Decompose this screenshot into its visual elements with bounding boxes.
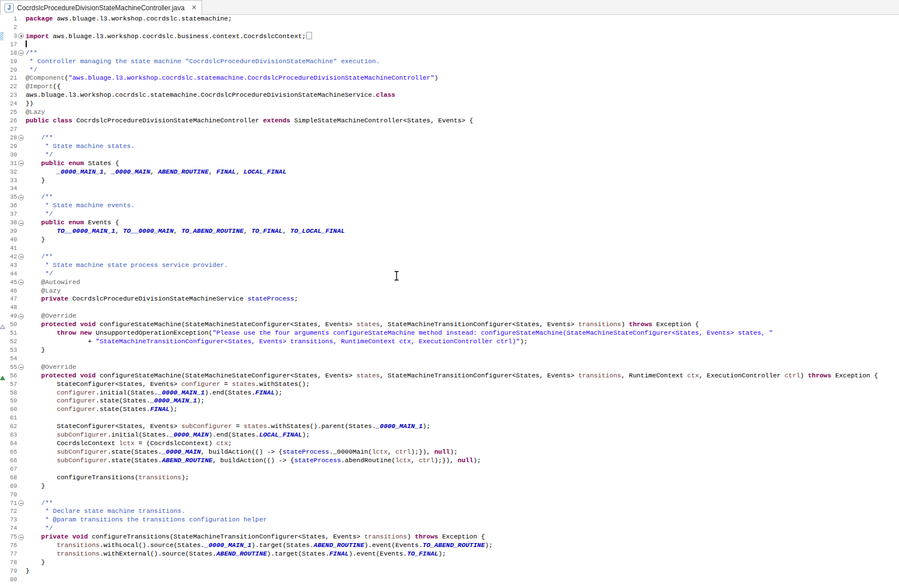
code-line[interactable]: 76 transitions.withLocal().source(States… — [0, 541, 899, 550]
code-line[interactable]: 19 * Controller managing the state machi… — [0, 57, 899, 66]
line-number: 74 — [5, 524, 18, 533]
code-line[interactable]: 58 configurer.initial(States._0000_MAIN_… — [0, 389, 899, 397]
code-line[interactable]: 77 transitions.withExternal().source(Sta… — [0, 550, 899, 558]
code-line[interactable]: 22@Import({ — [0, 83, 899, 91]
code-line[interactable]: 74 */ — [0, 524, 899, 533]
code-line[interactable]: 25@Lazy — [0, 108, 899, 117]
collapsed-region-box[interactable] — [306, 32, 312, 39]
code-line[interactable]: 17 — [0, 40, 899, 49]
code-line[interactable]: 43 * State machine state process service… — [0, 261, 899, 270]
code-line[interactable]: 70 — [0, 491, 899, 499]
code-line[interactable]: 47 private CocrdslcProcedureDivisionStat… — [0, 295, 899, 303]
line-number: 72 — [5, 507, 18, 516]
code-line[interactable]: 55 @Override — [0, 363, 899, 372]
code-text: * State machine events. — [26, 202, 134, 210]
code-line[interactable]: 50 protected void configureStateMachine(… — [0, 320, 899, 329]
code-text: */ — [26, 210, 53, 219]
code-line[interactable]: 60 configurer.state(States.FINAL); — [0, 405, 899, 414]
fold-collapse-icon[interactable] — [18, 534, 24, 540]
fold-collapse-icon[interactable] — [18, 279, 24, 285]
fold-collapse-icon[interactable] — [18, 364, 24, 370]
line-number: 35 — [5, 193, 18, 202]
code-line[interactable]: 66 subConfigurer.state(States.ABEND_ROUT… — [0, 457, 899, 465]
code-line[interactable]: 49 @Override — [0, 312, 899, 320]
code-line[interactable]: 61 — [0, 414, 899, 422]
code-line[interactable]: 29 * State machine states. — [0, 142, 899, 151]
code-line[interactable]: 37 */ — [0, 210, 899, 219]
code-line[interactable]: 2 — [0, 23, 899, 32]
code-line[interactable]: 51 throw new UnsupportedOperationExcepti… — [0, 329, 899, 338]
code-line[interactable]: 20 */ — [0, 66, 899, 75]
code-line[interactable]: 35 /** — [0, 193, 899, 202]
code-line[interactable]: 33 } — [0, 176, 899, 185]
code-line[interactable]: 31 public enum States { — [0, 159, 899, 168]
code-line[interactable]: 64 CocrdslcContext lctx = (CocrdslcConte… — [0, 439, 899, 448]
code-line[interactable]: 73 * @param transitions the transitions … — [0, 516, 899, 524]
code-text: * Declare state machine transitions. — [26, 507, 185, 516]
fold-collapse-icon[interactable] — [18, 314, 24, 319]
code-line[interactable]: 28 /** — [0, 134, 899, 142]
fold-collapse-icon[interactable] — [18, 135, 24, 141]
code-line[interactable]: 40 } — [0, 236, 899, 244]
code-line[interactable]: 53 } — [0, 346, 899, 355]
editor-tab[interactable]: J CocrdslcProcedureDivisionStateMachineC… — [0, 0, 202, 15]
code-line[interactable]: 23aws.bluage.l3.workshop.cocrdslc.statem… — [0, 91, 899, 100]
code-line[interactable]: 46 @Lazy — [0, 287, 899, 295]
code-line[interactable]: 39 TO__0000_MAIN_1, TO__0000_MAIN, TO_AB… — [0, 227, 899, 236]
line-number: 52 — [5, 338, 18, 346]
line-number: 48 — [5, 303, 18, 312]
code-line[interactable]: 18/** — [0, 49, 899, 57]
line-number: 41 — [5, 244, 18, 253]
fold-collapse-icon[interactable] — [18, 161, 24, 166]
code-text: * @param transitions the transitions con… — [26, 516, 267, 524]
code-line[interactable]: 32 _0000_MAIN_1, _0000_MAIN, ABEND_ROUTI… — [0, 168, 899, 176]
line-number: 64 — [5, 439, 18, 448]
fold-collapse-icon[interactable] — [18, 220, 24, 226]
line-number: 2 — [5, 23, 18, 32]
code-line[interactable]: 72 * Declare state machine transitions. — [0, 507, 899, 516]
code-line[interactable]: 62 StateConfigurer<States, Events> subCo… — [0, 422, 899, 431]
text-caret — [26, 40, 27, 47]
code-text: + "StateMachineTransitionConfigurer<Stat… — [26, 338, 528, 346]
code-line[interactable]: 3import aws.bluage.l3.workshop.cocrdslc.… — [0, 32, 899, 40]
code-line[interactable]: 48 — [0, 303, 899, 312]
code-line[interactable]: 67 — [0, 465, 899, 474]
fold-collapse-icon[interactable] — [18, 500, 24, 506]
code-line[interactable]: 41 — [0, 244, 899, 253]
code-line[interactable]: 52 + "StateMachineTransitionConfigurer<S… — [0, 338, 899, 346]
code-line[interactable]: 79} — [0, 567, 899, 575]
code-line[interactable]: 36 * State machine events. — [0, 202, 899, 210]
code-line[interactable]: 68 configureTransitions(transitions); — [0, 474, 899, 482]
fold-expand-icon[interactable] — [18, 33, 24, 39]
code-line[interactable]: 26public class CocrdslcProcedureDivision… — [0, 117, 899, 125]
code-line[interactable]: 69 } — [0, 482, 899, 491]
fold-collapse-icon[interactable] — [18, 254, 24, 260]
code-line[interactable]: 71 /** — [0, 499, 899, 508]
code-line[interactable]: 34 — [0, 184, 899, 193]
code-line[interactable]: 78 } — [0, 558, 899, 567]
fold-collapse-icon[interactable] — [18, 195, 24, 200]
line-number: 40 — [5, 236, 18, 244]
code-line[interactable]: 54 — [0, 355, 899, 363]
code-line[interactable]: 63 subConfigurer.initial(States._0000_MA… — [0, 431, 899, 439]
code-line[interactable]: 42 /** — [0, 253, 899, 261]
code-line[interactable]: 30 */ — [0, 151, 899, 159]
code-line[interactable]: 45 @Autowired — [0, 278, 899, 287]
code-line[interactable]: 56 protected void configureStateMachine(… — [0, 372, 899, 380]
code-line[interactable]: 65 subConfigurer.state(States._0000_MAIN… — [0, 448, 899, 457]
code-line[interactable]: 1package aws.bluage.l3.workshop.cocrdslc… — [0, 15, 899, 23]
code-line[interactable]: 80 — [0, 575, 899, 584]
code-line[interactable]: 24}) — [0, 100, 899, 108]
tab-close-icon[interactable]: ✕ — [191, 5, 196, 11]
code-line[interactable]: 27 — [0, 125, 899, 134]
line-number: 76 — [5, 541, 18, 550]
fold-collapse-icon[interactable] — [18, 50, 24, 56]
code-text: @Lazy — [26, 108, 45, 117]
code-line[interactable]: 44 */ — [0, 270, 899, 278]
code-line[interactable]: 21@Component("aws.bluage.l3.workshop.coc… — [0, 74, 899, 83]
code-line[interactable]: 59 configurer.state(States._0000_MAIN_1)… — [0, 397, 899, 405]
code-line[interactable]: 57 StateConfigurer<States, Events> confi… — [0, 380, 899, 389]
code-line[interactable]: 38 public enum Events { — [0, 219, 899, 227]
code-line[interactable]: 75 private void configureTransitions(Sta… — [0, 533, 899, 541]
code-area[interactable]: 1package aws.bluage.l3.workshop.cocrdslc… — [0, 15, 899, 584]
